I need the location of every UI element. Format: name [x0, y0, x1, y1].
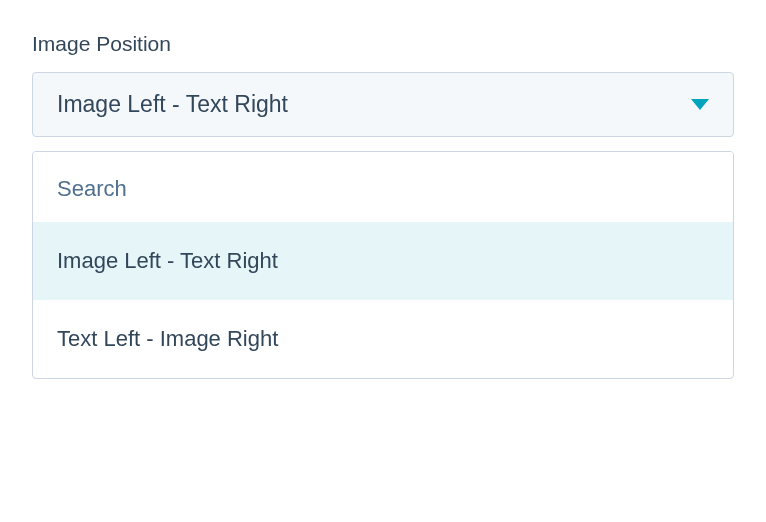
selected-value: Image Left - Text Right — [57, 91, 288, 118]
search-input[interactable] — [33, 152, 733, 222]
field-label: Image Position — [32, 32, 734, 56]
option-text-left[interactable]: Text Left - Image Right — [33, 300, 733, 378]
image-position-field: Image Position Image Left - Text Right I… — [32, 32, 734, 379]
option-image-left[interactable]: Image Left - Text Right — [33, 222, 733, 300]
chevron-down-icon — [691, 99, 709, 110]
dropdown-panel: Image Left - Text Right Text Left - Imag… — [32, 151, 734, 379]
select-trigger[interactable]: Image Left - Text Right — [32, 72, 734, 137]
